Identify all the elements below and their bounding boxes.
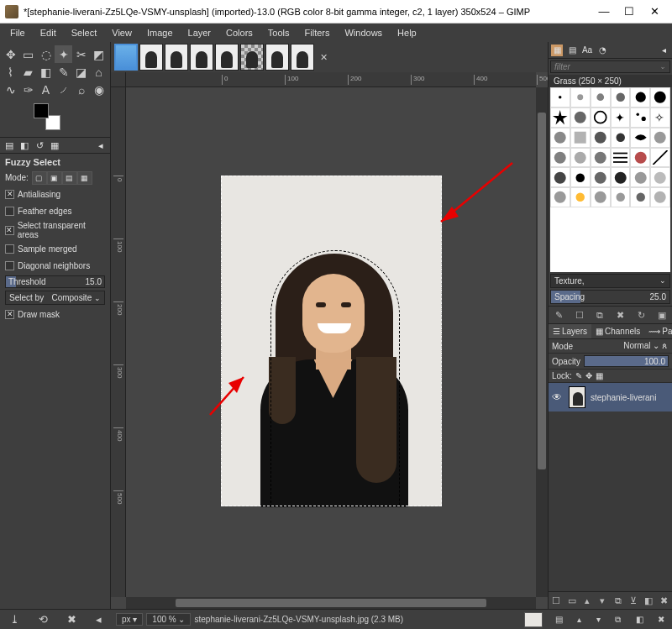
new-group-icon[interactable]: ▭ xyxy=(565,594,579,607)
layer-thumbnail[interactable] xyxy=(569,386,585,408)
layer-action3-icon[interactable]: ▾ xyxy=(596,615,601,625)
menu-tools[interactable]: Tools xyxy=(261,26,297,39)
canvas-scrollbar-horizontal[interactable] xyxy=(126,597,536,609)
brush-item[interactable] xyxy=(650,187,670,207)
lower-layer-icon[interactable]: ▾ xyxy=(596,594,609,607)
raise-layer-icon[interactable]: ▴ xyxy=(580,594,594,607)
open-as-image-icon[interactable]: ▣ xyxy=(655,308,669,322)
layer-action2-icon[interactable]: ▴ xyxy=(577,615,581,625)
canvas-image[interactable] xyxy=(221,176,442,506)
color-picker-tool-icon[interactable]: ◉ xyxy=(90,81,108,98)
bucket-tool-icon[interactable]: ▰ xyxy=(19,63,37,81)
path-tool-icon[interactable]: ✑ xyxy=(19,81,37,98)
rect-select-tool-icon[interactable]: ▭ xyxy=(19,45,37,63)
menu-select[interactable]: Select xyxy=(65,26,104,39)
brush-item[interactable] xyxy=(570,87,591,107)
image-tab-close-icon[interactable]: ✕ xyxy=(316,44,331,71)
select-by-dropdown[interactable]: Select by Composite ⌄ xyxy=(5,291,105,305)
brush-item[interactable] xyxy=(570,187,591,207)
brush-name-row[interactable]: Texture, ⌄ xyxy=(550,274,670,288)
new-brush-icon[interactable]: ☐ xyxy=(573,308,586,322)
menu-windows[interactable]: Windows xyxy=(338,26,389,39)
brush-filter-input[interactable]: filter ⌄ xyxy=(550,60,670,73)
zoom-selector[interactable]: 100 % ⌄ xyxy=(146,613,191,626)
tab-channels[interactable]: ▦Channels xyxy=(591,324,644,338)
brush-item[interactable]: ✧ xyxy=(650,107,670,128)
fuzzy-select-tool-icon[interactable]: ✦ xyxy=(55,45,72,63)
measure-tool-icon[interactable]: ⟋ xyxy=(55,81,72,98)
layer-action6-icon[interactable]: ✖ xyxy=(658,615,664,625)
brush-item[interactable] xyxy=(550,128,570,148)
feather-checkbox[interactable] xyxy=(5,207,14,216)
transform-tool-icon[interactable]: ◩ xyxy=(90,45,108,63)
free-select-tool-icon[interactable]: ◌ xyxy=(37,45,55,63)
menu-help[interactable]: Help xyxy=(391,26,423,39)
mode-dropdown[interactable]: Normal ⌄ ጰ xyxy=(576,341,669,351)
brush-item[interactable] xyxy=(591,128,611,148)
warp-tool-icon[interactable]: ⌇ xyxy=(2,63,19,81)
zoom-tool-icon[interactable]: ⌕ xyxy=(72,81,90,98)
brush-item[interactable] xyxy=(630,187,650,207)
color-swatches[interactable] xyxy=(34,103,60,130)
brush-grid[interactable]: ✦ ✧ xyxy=(550,87,670,272)
layer-row[interactable]: 👁 stephanie-liverani xyxy=(549,383,672,411)
image-tab-3[interactable] xyxy=(165,44,188,71)
menu-file[interactable]: File xyxy=(3,26,32,39)
brush-item[interactable] xyxy=(630,87,650,107)
images-tab-icon[interactable]: ▦ xyxy=(48,139,61,152)
close-button[interactable]: ✕ xyxy=(642,3,667,21)
brush-item[interactable] xyxy=(611,187,631,207)
move-tool-icon[interactable]: ✥ xyxy=(2,45,19,63)
mode-replace-icon[interactable]: ▢ xyxy=(32,171,47,185)
brush-item[interactable] xyxy=(650,148,670,168)
draw-mask-checkbox[interactable] xyxy=(5,310,14,319)
opacity-slider[interactable]: 100.0 xyxy=(584,355,669,367)
patterns-tab-icon[interactable]: ▤ xyxy=(566,45,578,56)
layer-name[interactable]: stephanie-liverani xyxy=(591,393,656,402)
image-tab-2[interactable] xyxy=(139,44,163,71)
image-tab-5[interactable] xyxy=(215,44,239,71)
layer-action5-icon[interactable]: ◧ xyxy=(636,615,643,625)
edit-brush-icon[interactable]: ✎ xyxy=(552,308,565,322)
restore-options-icon[interactable]: ⟲ xyxy=(39,613,48,626)
eraser-tool-icon[interactable]: ◪ xyxy=(72,63,90,81)
visibility-eye-icon[interactable]: 👁 xyxy=(552,391,564,403)
brush-item[interactable] xyxy=(570,107,591,128)
clone-tool-icon[interactable]: ⌂ xyxy=(90,63,108,81)
brush-item[interactable] xyxy=(630,107,650,128)
layer-list[interactable]: 👁 stephanie-liverani xyxy=(549,383,672,591)
mask-layer-icon[interactable]: ◧ xyxy=(642,594,655,607)
brush-item[interactable] xyxy=(611,167,631,187)
image-tab-1[interactable] xyxy=(114,44,138,71)
minimize-button[interactable]: — xyxy=(591,3,617,21)
image-tab-4[interactable] xyxy=(190,44,213,71)
brush-item[interactable] xyxy=(550,107,570,128)
image-tab-7[interactable] xyxy=(265,44,289,71)
navigation-thumbnail[interactable] xyxy=(524,612,543,627)
delete-brush-icon[interactable]: ✖ xyxy=(614,308,627,322)
brush-item[interactable] xyxy=(591,107,611,128)
menu-colors[interactable]: Colors xyxy=(219,26,260,39)
tab-layers[interactable]: ☰Layers xyxy=(549,324,591,338)
refresh-brush-icon[interactable]: ↻ xyxy=(634,308,648,322)
new-layer-icon[interactable]: ☐ xyxy=(549,594,563,607)
antialiasing-checkbox[interactable] xyxy=(5,190,14,199)
fonts-tab-icon[interactable]: Aa xyxy=(581,45,593,56)
brush-item[interactable]: ✦ xyxy=(611,107,631,128)
brush-item[interactable] xyxy=(591,187,611,207)
threshold-slider[interactable]: Threshold 15.0 xyxy=(5,275,105,288)
transparent-checkbox[interactable] xyxy=(5,226,14,235)
maximize-button[interactable]: ☐ xyxy=(617,3,642,21)
ruler-vertical[interactable]: 0 100 200 300 400 500 xyxy=(111,87,126,597)
brush-item[interactable] xyxy=(611,128,631,148)
menu-edit[interactable]: Edit xyxy=(34,26,63,39)
canvas-scrollbar-vertical[interactable] xyxy=(536,87,548,597)
brush-item[interactable] xyxy=(650,167,670,187)
mode-intersect-icon[interactable]: ▦ xyxy=(77,171,92,185)
brush-item[interactable] xyxy=(630,148,650,168)
brush-item[interactable] xyxy=(550,148,570,168)
image-tab-6[interactable] xyxy=(240,44,264,71)
brush-item[interactable] xyxy=(650,87,670,107)
lock-position-icon[interactable]: ✥ xyxy=(585,371,592,380)
sample-merged-checkbox[interactable] xyxy=(5,244,14,254)
